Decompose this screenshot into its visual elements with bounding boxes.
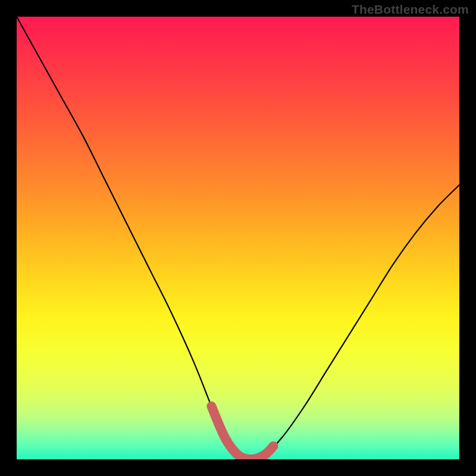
watermark-text: TheBottleneck.com [352,2,469,17]
highlight-segment [17,17,459,459]
highlight-line [211,406,273,459]
chart-frame: TheBottleneck.com [0,0,476,476]
plot-area [17,17,459,459]
